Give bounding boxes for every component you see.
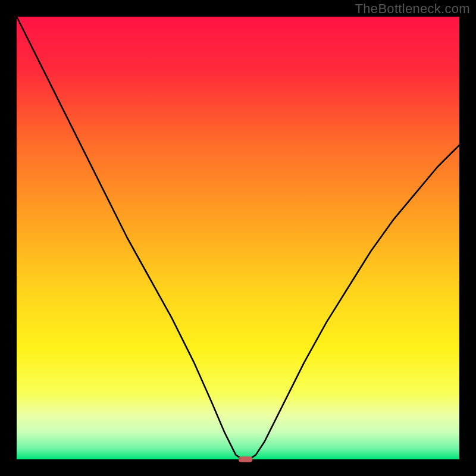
- minimum-marker: [239, 456, 253, 462]
- bottleneck-chart: [0, 0, 476, 476]
- plot-background: [17, 17, 459, 459]
- watermark-text: TheBottleneck.com: [355, 1, 470, 17]
- chart-frame: TheBottleneck.com: [0, 0, 476, 476]
